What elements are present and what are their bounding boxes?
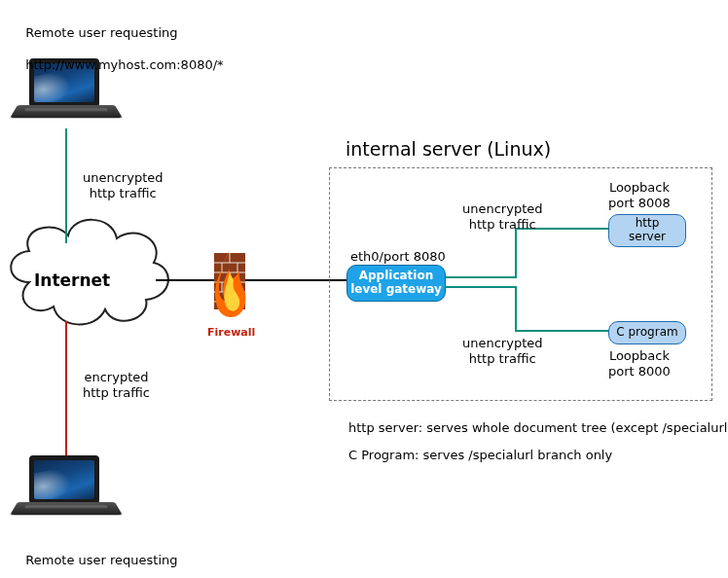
firewall-label: Firewall	[207, 326, 255, 339]
top-user-line2: http://www.myhost.com:8080/*	[25, 57, 223, 72]
internal-server-title: internal server (Linux)	[346, 138, 551, 162]
c-program-node: C program	[608, 321, 686, 344]
label-bottom-traffic: encrypted http traffic	[83, 370, 150, 402]
loopback-c-label: Loopback port 8000	[608, 348, 671, 380]
note-http-server: http server: serves whole document tree …	[348, 420, 728, 436]
svg-rect-0	[214, 253, 245, 309]
loopback-http-label: Loopback port 8008	[608, 180, 671, 212]
firewall-icon	[214, 249, 246, 317]
application-gateway-node: Application level gateway	[346, 265, 446, 302]
http-server-node: http server	[608, 214, 686, 247]
top-user-caption: Remote user requesting http://www.myhost…	[18, 10, 224, 73]
label-top-traffic: unencrypted http traffic	[83, 170, 164, 202]
label-gw-http-traffic: unencrypted http traffic	[462, 201, 543, 234]
bottom-user-caption: Remote user requesting http://www.myhost…	[18, 537, 278, 578]
laptop-bottom-icon	[18, 455, 115, 528]
bottom-user-line1: Remote user requesting	[25, 553, 177, 567]
label-gw-c-traffic: unencrypted http traffic	[462, 336, 543, 368]
internet-label: Internet	[34, 271, 110, 291]
top-user-line1: Remote user requesting	[25, 25, 177, 40]
eth0-label: eth0/port 8080	[350, 249, 446, 265]
note-c-program: C Program: serves /specialurl branch onl…	[348, 448, 612, 463]
